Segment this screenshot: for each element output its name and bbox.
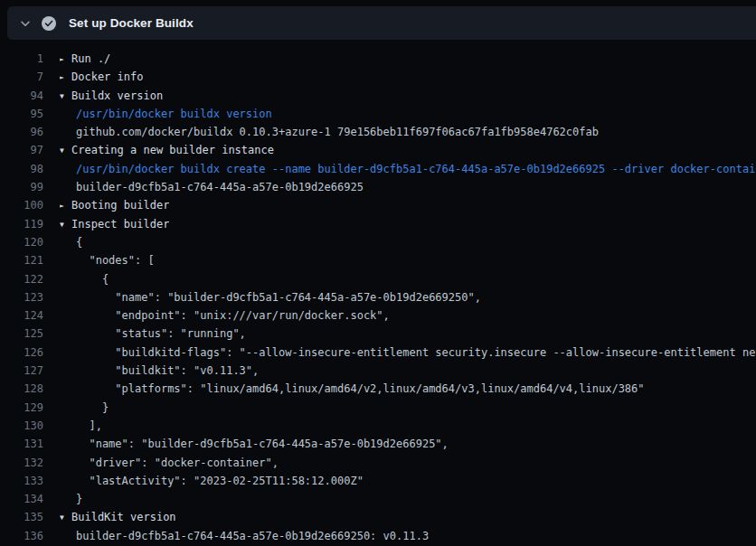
log-line-row: 98/usr/bin/docker buildx create --name b… <box>0 160 756 178</box>
log-group-row[interactable]: 94▼Buildx version <box>0 87 756 105</box>
line-number[interactable]: 136 <box>0 527 43 545</box>
output-text: "driver": "docker-container", <box>60 454 279 472</box>
group-label: Inspect builder <box>71 218 169 231</box>
line-number[interactable]: 1 <box>0 50 43 68</box>
log-group-row[interactable]: 119▼Inspect builder <box>0 215 756 233</box>
step-header[interactable]: Set up Docker Buildx <box>7 6 756 40</box>
line-number[interactable]: 96 <box>0 123 43 141</box>
line-number[interactable]: 119 <box>0 215 43 233</box>
group-header: ▼BuildKit version <box>60 508 176 526</box>
log-line-row: 131 "name": "builder-d9cfb5a1-c764-445a-… <box>0 435 756 453</box>
log-line-row: 134} <box>0 490 756 508</box>
line-number[interactable]: 98 <box>0 160 43 178</box>
output-text: "name": "builder-d9cfb5a1-c764-445a-a57e… <box>60 435 449 453</box>
output-text: "platforms": "linux/amd64,linux/amd64/v2… <box>60 380 645 398</box>
line-number[interactable]: 127 <box>0 362 43 380</box>
triangle-down-icon: ▼ <box>60 88 71 105</box>
log-group-row[interactable]: 7►Docker info <box>0 68 756 86</box>
line-number[interactable]: 128 <box>0 380 43 398</box>
log-line-row: 129 } <box>0 399 756 417</box>
line-number[interactable]: 97 <box>0 141 43 159</box>
output-text: "name": "builder-d9cfb5a1-c764-445a-a57e… <box>60 288 481 306</box>
output-text: } <box>60 490 82 508</box>
line-number[interactable]: 95 <box>0 105 43 123</box>
line-number[interactable]: 131 <box>0 435 43 453</box>
line-number[interactable]: 124 <box>0 306 43 325</box>
output-text: github.com/docker/buildx 0.10.3+azure-1 … <box>60 123 599 141</box>
command-text: /usr/bin/docker buildx create --name bui… <box>60 160 756 178</box>
line-number[interactable]: 100 <box>0 196 43 214</box>
group-header: ▼Inspect builder <box>60 215 169 233</box>
log-line-row: 122 { <box>0 270 756 288</box>
log-line-row: 99builder-d9cfb5a1-c764-445a-a57e-0b19d2… <box>0 178 756 196</box>
output-text: } <box>60 399 109 417</box>
log-line-row: 133 "lastActivity": "2023-02-25T11:58:12… <box>0 472 756 490</box>
log-group-row[interactable]: 1►Run ./ <box>0 50 756 68</box>
log-line-row: 136builder-d9cfb5a1-c764-445a-a57e-0b19d… <box>0 527 756 545</box>
log-line-row: 126 "buildkitd-flags": "--allow-insecure… <box>0 344 756 362</box>
line-number[interactable]: 135 <box>0 508 43 526</box>
line-number[interactable]: 7 <box>0 68 43 86</box>
log-line-row: 128 "platforms": "linux/amd64,linux/amd6… <box>0 380 756 398</box>
chevron-down-icon[interactable] <box>19 17 32 30</box>
triangle-right-icon: ► <box>60 69 71 86</box>
output-text: "lastActivity": "2023-02-25T11:58:12.000… <box>60 472 364 490</box>
output-text: "buildkit": "v0.11.3", <box>60 362 259 380</box>
line-number[interactable]: 132 <box>0 454 43 472</box>
triangle-down-icon: ▼ <box>60 216 71 233</box>
line-number[interactable]: 123 <box>0 288 43 306</box>
log-line-row: 95/usr/bin/docker buildx version <box>0 105 756 123</box>
log-line-row: 127 "buildkit": "v0.11.3", <box>0 362 756 380</box>
log-group-row[interactable]: 97▼Creating a new builder instance <box>0 141 756 159</box>
group-label: BuildKit version <box>71 511 176 523</box>
line-number[interactable]: 99 <box>0 178 43 196</box>
log-line-row: 121 "nodes": [ <box>0 251 756 269</box>
log-line-row: 132 "driver": "docker-container", <box>0 454 756 472</box>
line-number[interactable]: 134 <box>0 490 43 508</box>
line-number[interactable]: 122 <box>0 270 43 288</box>
output-text: { <box>60 270 109 288</box>
group-header: ►Run ./ <box>60 50 110 68</box>
group-header: ▼Buildx version <box>60 87 163 105</box>
log-line-row: 96github.com/docker/buildx 0.10.3+azure-… <box>0 123 756 141</box>
group-label: Creating a new builder instance <box>71 144 274 156</box>
log-line-row: 120{ <box>0 233 756 251</box>
output-text: builder-d9cfb5a1-c764-445a-a57e-0b19d2e6… <box>60 527 429 545</box>
check-circle-icon <box>42 16 56 31</box>
group-label: Docker info <box>71 71 143 83</box>
output-text: "endpoint": "unix:///var/run/docker.sock… <box>60 306 390 325</box>
line-number[interactable]: 133 <box>0 472 43 490</box>
line-number[interactable]: 120 <box>0 233 43 251</box>
step-title: Set up Docker Buildx <box>69 16 194 30</box>
log-line-row: 124 "endpoint": "unix:///var/run/docker.… <box>0 306 756 325</box>
triangle-down-icon: ▼ <box>60 142 71 159</box>
group-header: ►Booting builder <box>60 196 169 214</box>
line-number[interactable]: 129 <box>0 399 43 417</box>
line-number[interactable]: 130 <box>0 417 43 435</box>
line-number[interactable]: 94 <box>0 87 43 105</box>
log-container: 1►Run ./7►Docker info94▼Buildx version95… <box>0 40 756 546</box>
output-text: ], <box>60 417 102 435</box>
output-text: "buildkitd-flags": "--allow-insecure-ent… <box>60 344 756 362</box>
output-text: { <box>60 233 82 251</box>
group-label: Booting builder <box>71 199 169 212</box>
group-header: ►Docker info <box>60 68 143 86</box>
group-label: Run ./ <box>71 52 110 65</box>
log-line-row: 130 ], <box>0 417 756 435</box>
line-number[interactable]: 126 <box>0 344 43 362</box>
group-label: Buildx version <box>71 89 163 102</box>
log-group-row[interactable]: 135▼BuildKit version <box>0 508 756 526</box>
line-number[interactable]: 121 <box>0 251 43 269</box>
triangle-right-icon: ► <box>60 51 71 68</box>
log-line-row: 125 "status": "running", <box>0 325 756 343</box>
output-text: "status": "running", <box>60 325 246 343</box>
line-number[interactable]: 125 <box>0 325 43 343</box>
output-text: "nodes": [ <box>60 251 155 269</box>
log-group-row[interactable]: 100►Booting builder <box>0 196 756 214</box>
triangle-right-icon: ► <box>60 197 71 214</box>
group-header: ▼Creating a new builder instance <box>60 141 274 159</box>
triangle-down-icon: ▼ <box>60 509 71 526</box>
log-line-row: 123 "name": "builder-d9cfb5a1-c764-445a-… <box>0 288 756 306</box>
output-text: builder-d9cfb5a1-c764-445a-a57e-0b19d2e6… <box>60 178 364 196</box>
command-text: /usr/bin/docker buildx version <box>60 105 272 123</box>
